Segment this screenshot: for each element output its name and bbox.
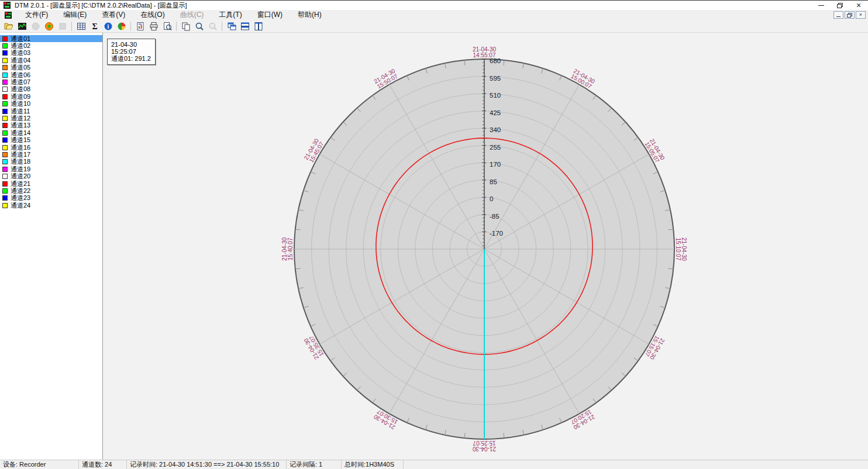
sigma-icon: Σ: [90, 22, 99, 31]
channel-color-swatch: [2, 145, 8, 150]
menu-item-file[interactable]: 文件(F): [18, 10, 56, 20]
info-button[interactable]: i: [101, 20, 115, 32]
zoom-in-button[interactable]: [192, 20, 206, 32]
channel-color-swatch: [2, 152, 8, 157]
channel-color-swatch: [2, 101, 8, 106]
status-panel-channel-count: 通道数: 24: [79, 460, 127, 469]
open-file-button[interactable]: [2, 20, 15, 32]
statusbar: 设备: Recorder通道数: 24记录时间: 21-04-30 14:51:…: [0, 460, 868, 469]
chart-tooltip: 21-04-30 15:25:07 通道01: 291.2: [107, 39, 156, 65]
channel-item[interactable]: 通道24: [0, 202, 102, 209]
window-restore-button[interactable]: [831, 1, 849, 10]
value-axis-label: 170: [490, 161, 501, 168]
channel-color-swatch: [2, 137, 8, 143]
menu-item-view[interactable]: 查看(V): [94, 10, 133, 20]
channel-color-swatch: [2, 167, 8, 172]
chart-area: 21-04-30 15:25:07 通道01: 291.2 -170-85085…: [103, 33, 868, 460]
menu-item-help[interactable]: 帮助(H): [290, 10, 329, 20]
toolbar-separator: [222, 22, 222, 31]
value-axis-label: 255: [490, 144, 501, 151]
channel-list: 通道01通道02通道03通道04通道05通道06通道07通道08通道09通道10…: [0, 33, 103, 460]
tile-vertical-button[interactable]: [252, 20, 265, 32]
channel-color-swatch: [2, 36, 8, 42]
tile-horizontal-button[interactable]: [238, 20, 252, 32]
channel-color-swatch: [2, 65, 8, 70]
print-button[interactable]: [147, 20, 160, 32]
channel-color-swatch: [2, 73, 8, 78]
print-preview-icon: [163, 22, 172, 31]
menubar: 文件(F)编辑(E)查看(V)在线(O)曲线(C)工具(T)窗口(W)帮助(H)…: [0, 10, 868, 20]
connect-button: [29, 20, 42, 32]
record-icon: [44, 22, 54, 31]
mdi-controls: ×: [832, 11, 866, 19]
statistics-button[interactable]: Σ: [88, 20, 101, 32]
status-panel-total-time: 总时间:1H3M40S: [342, 460, 404, 469]
channel-color-swatch: [2, 159, 8, 164]
menu-item-curve: 曲线(C): [173, 10, 212, 20]
status-panel-device: 设备: Recorder: [0, 460, 79, 469]
value-axis-label: 0: [490, 195, 493, 202]
time-label: 21-04-3015:40:07: [281, 237, 294, 261]
tile-vertical-icon: [254, 22, 263, 31]
svg-text:15:40:07: 15:40:07: [287, 237, 294, 260]
print-preview-button[interactable]: [160, 20, 174, 32]
channel-label: 通道24: [11, 201, 30, 210]
menu-item-edit[interactable]: 编辑(E): [56, 10, 94, 20]
channel-color-swatch: [2, 203, 8, 208]
channel-color-swatch: [2, 94, 8, 99]
toolbar: Σi: [0, 20, 868, 33]
channel-color-swatch: [2, 50, 8, 56]
connect-icon: [31, 22, 40, 31]
menu-items: 文件(F)编辑(E)查看(V)在线(O)曲线(C)工具(T)窗口(W)帮助(H): [18, 10, 329, 20]
menu-item-window[interactable]: 窗口(W): [250, 10, 290, 20]
value-axis-label: -85: [490, 213, 500, 220]
copy-icon: [181, 22, 191, 31]
svg-text:15:25:07: 15:25:07: [473, 440, 495, 446]
toolbar-separator: [71, 22, 72, 31]
data-table-icon: [77, 22, 86, 31]
pie-chart-button[interactable]: [115, 20, 128, 32]
copy-button[interactable]: [179, 20, 192, 32]
menu-item-online[interactable]: 在线(O): [133, 10, 172, 20]
value-axis-label: 595: [490, 75, 501, 82]
value-axis-label: 340: [490, 126, 501, 133]
stop-button: [56, 20, 69, 32]
channel-color-swatch: [2, 174, 8, 179]
open-file-icon: [4, 22, 13, 31]
cascade-windows-icon: [227, 22, 236, 31]
status-panel-record-time: 记录时间: 21-04-30 14:51:30 ==> 21-04-30 15:…: [127, 460, 287, 469]
channel-color-swatch: [2, 195, 8, 201]
pie-chart-icon: [117, 22, 126, 31]
mdi-child-icon[interactable]: [5, 12, 12, 19]
realtime-curve-button[interactable]: [15, 20, 29, 32]
status-panel-interval: 记录间隔: 1: [287, 460, 342, 469]
print-icon: [149, 22, 159, 31]
zoom-in-icon: [195, 22, 204, 31]
tile-horizontal-icon: [240, 22, 250, 31]
cascade-windows-button[interactable]: [225, 20, 238, 32]
window-minimize-button[interactable]: [812, 1, 831, 10]
menu-item-tools[interactable]: 工具(T): [211, 10, 249, 20]
time-label: 21-04-3015:10:07: [675, 237, 687, 261]
channel-color-swatch: [2, 188, 8, 194]
mdi-minimize-button[interactable]: [833, 11, 843, 19]
mdi-close-button[interactable]: ×: [856, 11, 866, 19]
polar-chart[interactable]: -170-8508517025534042551059568021-04-301…: [103, 33, 868, 460]
channel-color-swatch: [2, 116, 8, 121]
data-table-button[interactable]: [74, 20, 88, 32]
channel-color-swatch: [2, 181, 8, 187]
time-label: 21-04-3014:55:07: [473, 46, 496, 58]
value-axis-label: -170: [490, 230, 503, 237]
tooltip-value: 通道01: 291.2: [111, 55, 151, 62]
app-window: DTM 2.0.1 - [圆盘显示] [C:\DTM 2.0.2\RealDat…: [0, 0, 868, 469]
record-button[interactable]: [42, 20, 56, 32]
export-button[interactable]: [133, 20, 147, 32]
status-panel-filler: [404, 460, 868, 469]
client-area: 通道01通道02通道03通道04通道05通道06通道07通道08通道09通道10…: [0, 33, 868, 460]
time-label: 21-04-3015:25:07: [473, 440, 496, 452]
channel-color-swatch: [2, 58, 8, 63]
svg-text:14:55:07: 14:55:07: [473, 52, 496, 58]
mdi-restore-button[interactable]: [845, 11, 855, 19]
channel-color-swatch: [2, 87, 8, 92]
window-close-button[interactable]: ×: [849, 1, 868, 10]
